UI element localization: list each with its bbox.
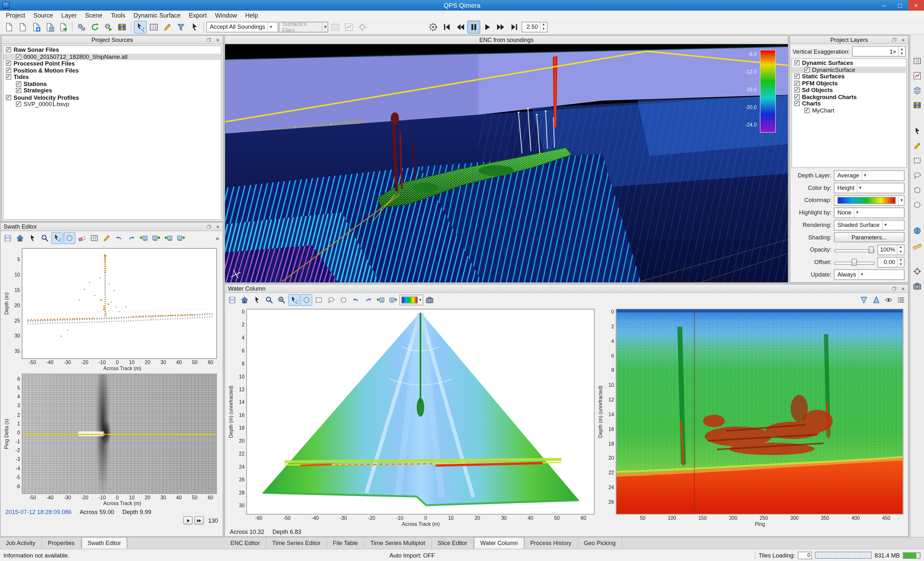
processing-settings-button[interactable] [75, 21, 88, 34]
circle-select-button[interactable] [300, 294, 312, 306]
filter-button[interactable] [174, 21, 188, 34]
pointer-mode-button[interactable] [188, 21, 201, 34]
visibility-toggle[interactable] [883, 294, 895, 306]
scene-3d-canvas[interactable]: -8.0-12.0-16.0-20.0-24.0 [225, 44, 788, 282]
prev-ping-view-button[interactable] [138, 232, 150, 244]
open-project-button[interactable] [16, 21, 29, 34]
accept-soundings-select[interactable]: Accept All Soundings ▾ [206, 21, 278, 32]
snapshot-button[interactable] [911, 280, 923, 292]
spin-up-icon[interactable]: ▲ [897, 257, 904, 262]
crosshair-button[interactable] [911, 266, 923, 277]
close-panel-button[interactable]: × [214, 36, 221, 43]
colormap-select[interactable]: ▾ [399, 294, 423, 305]
home-view-button[interactable] [239, 294, 250, 306]
depth-layer-select[interactable]: Average▾ [834, 170, 904, 181]
slice-edit-button[interactable] [911, 140, 923, 152]
replay-settings-button[interactable] [427, 21, 440, 34]
tree-item-dynamicsurface[interactable]: ✓DynamicSurface [792, 66, 906, 73]
tree-item-svp[interactable]: ✓Sound Velocity Profiles [3, 94, 221, 101]
eraser-button[interactable] [76, 232, 88, 244]
table-view-button[interactable] [147, 21, 160, 34]
pause-button[interactable] [467, 21, 480, 34]
menu-item[interactable]: Project [2, 11, 29, 19]
tree-item-svp-file[interactable]: ✓SVP_00001.bsvp [3, 101, 221, 107]
first-ping-view-button[interactable] [163, 232, 174, 244]
tab-slice-editor[interactable]: Slice Editor [432, 538, 474, 549]
spinner-arrows[interactable]: ▲▼ [897, 257, 904, 267]
checkbox[interactable]: ✓ [794, 60, 800, 66]
tab-geo-picking[interactable]: Geo Picking [578, 538, 622, 549]
reprocess-button[interactable] [88, 21, 102, 34]
float-panel-button[interactable] [891, 285, 897, 291]
last-ping-view-button[interactable] [175, 232, 187, 244]
shading-parameters-button[interactable]: Parameters... [834, 232, 904, 242]
beam-stack-toggle[interactable] [870, 294, 882, 306]
highlight-select[interactable]: None▾ [834, 207, 904, 218]
colormap-select[interactable]: ▾ [834, 195, 904, 205]
tab-time-series-multiplot[interactable]: Time Series Multiplot [364, 538, 432, 549]
project-layers-tree[interactable]: ✓Dynamic Surfaces ✓DynamicSurface ✓Stati… [791, 58, 907, 168]
redo-button[interactable] [363, 294, 374, 306]
close-panel-button[interactable]: × [900, 36, 906, 43]
beam-fan-toggle[interactable] [858, 294, 870, 306]
checkbox[interactable]: ✓ [794, 74, 800, 79]
auto-process-button[interactable] [102, 21, 115, 34]
checkbox[interactable]: ✓ [16, 102, 21, 107]
update-select[interactable]: Always▾ [834, 269, 904, 280]
spin-down-icon[interactable]: ▼ [899, 51, 905, 56]
slider-handle[interactable] [852, 258, 857, 266]
checkbox[interactable]: ✓ [804, 108, 810, 113]
select-points-button[interactable] [288, 294, 300, 306]
slider-handle[interactable] [869, 246, 874, 253]
tree-item-static-surfaces[interactable]: ✓Static Surfaces [792, 73, 906, 80]
undo-button[interactable] [113, 232, 125, 244]
layer-table-button[interactable] [911, 55, 923, 66]
fast-forward-button[interactable] [495, 21, 507, 34]
float-panel-button[interactable] [206, 36, 212, 43]
edit-grid-button[interactable] [161, 21, 174, 34]
measure-button[interactable] [911, 239, 923, 251]
tree-item-raw-sonar-files[interactable]: ✓Raw Sonar Files [3, 46, 221, 53]
checkbox[interactable]: ✓ [794, 87, 800, 93]
checkbox[interactable]: ✓ [6, 47, 11, 53]
checkbox[interactable]: ✓ [794, 81, 800, 86]
edit-button[interactable] [100, 232, 112, 244]
tab-swath-editor[interactable]: Swath Editor [81, 537, 128, 549]
select-points-button[interactable] [51, 232, 63, 244]
step-forward-button[interactable] [183, 516, 193, 525]
checkbox[interactable]: ✓ [804, 67, 810, 72]
opacity-slider[interactable] [834, 246, 874, 254]
undo-button[interactable] [350, 294, 362, 306]
polygon-select-button[interactable] [338, 294, 350, 306]
menu-item[interactable]: Dynamic Surface [129, 11, 185, 19]
checkbox[interactable]: ✓ [16, 81, 21, 87]
wc-settings-button[interactable] [895, 294, 907, 306]
tree-item-dynamic-surfaces[interactable]: ✓Dynamic Surfaces [792, 60, 906, 66]
add-raw-sonar-button[interactable] [29, 21, 42, 34]
offset-slider[interactable] [834, 258, 874, 266]
surface-style-button[interactable] [911, 99, 923, 111]
checkbox[interactable]: ✓ [6, 61, 11, 66]
project-sources-tree[interactable]: ✓Raw Sonar Files ✓0000_20150712_182800_S… [3, 45, 222, 220]
slice-editor-toggle[interactable] [134, 21, 147, 34]
zoom-button[interactable] [263, 294, 275, 306]
table-button[interactable] [88, 232, 100, 244]
swath-delta-canvas[interactable] [22, 374, 217, 494]
close-button[interactable]: × [908, 0, 924, 10]
float-panel-button[interactable] [891, 36, 897, 43]
circle-select-button[interactable] [911, 198, 923, 210]
snapshot-button[interactable] [424, 294, 436, 306]
tree-item-sd-objects[interactable]: ✓Sd Objects [792, 87, 906, 93]
echogram-canvas[interactable] [616, 309, 903, 514]
menu-item[interactable]: Help [241, 11, 262, 19]
spin-down-icon[interactable]: ▼ [897, 250, 904, 255]
tree-item-mychart[interactable]: ✓MyChart [792, 107, 906, 114]
play-button[interactable] [481, 21, 494, 34]
tab-file-table[interactable]: File Table [327, 538, 364, 549]
tab-enc-editor[interactable]: ENC Editor [224, 538, 266, 549]
redo-button[interactable] [126, 232, 137, 244]
spinner-arrows[interactable]: ▲▼ [540, 22, 547, 32]
spin-up-icon[interactable]: ▲ [899, 46, 905, 51]
add-processed-files-button[interactable] [43, 21, 56, 34]
tab-job-activity[interactable]: Job Activity [0, 538, 42, 549]
